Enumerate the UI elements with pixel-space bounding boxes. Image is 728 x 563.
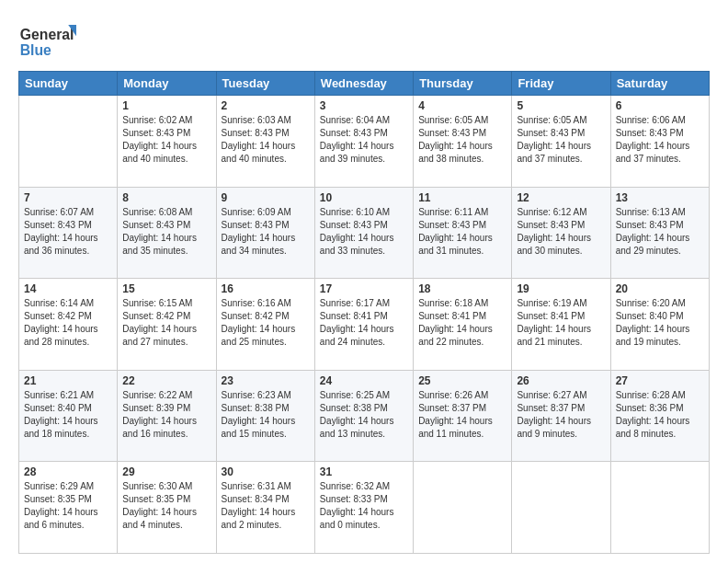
day-cell: 10Sunrise: 6:10 AM Sunset: 8:43 PM Dayli… [314,187,413,279]
day-cell: 26Sunrise: 6:27 AM Sunset: 8:37 PM Dayli… [512,370,610,462]
weekday-header-monday: Monday [118,72,216,96]
weekday-header-row: SundayMondayTuesdayWednesdayThursdayFrid… [19,72,710,96]
day-cell: 9Sunrise: 6:09 AM Sunset: 8:43 PM Daylig… [216,187,314,279]
day-info: Sunrise: 6:15 AM Sunset: 8:42 PM Dayligh… [122,297,210,349]
day-cell: 20Sunrise: 6:20 AM Sunset: 8:40 PM Dayli… [610,279,709,371]
day-number: 8 [122,191,210,204]
day-number: 10 [320,191,408,204]
day-cell: 5Sunrise: 6:05 AM Sunset: 8:43 PM Daylig… [512,96,610,188]
day-cell: 22Sunrise: 6:22 AM Sunset: 8:39 PM Dayli… [118,370,216,462]
day-number: 28 [24,465,112,478]
header: General Blue [18,17,710,62]
day-number: 20 [616,282,704,295]
day-info: Sunrise: 6:19 AM Sunset: 8:41 PM Dayligh… [517,297,605,349]
day-cell: 12Sunrise: 6:12 AM Sunset: 8:43 PM Dayli… [512,187,610,279]
day-number: 9 [222,191,310,204]
day-cell: 28Sunrise: 6:29 AM Sunset: 8:35 PM Dayli… [19,462,118,554]
day-cell [414,462,512,554]
weekday-header-friday: Friday [512,72,610,96]
day-info: Sunrise: 6:12 AM Sunset: 8:43 PM Dayligh… [517,206,605,258]
weekday-header-tuesday: Tuesday [216,72,314,96]
day-info: Sunrise: 6:10 AM Sunset: 8:43 PM Dayligh… [320,206,408,258]
day-cell: 15Sunrise: 6:15 AM Sunset: 8:42 PM Dayli… [118,279,216,371]
day-info: Sunrise: 6:32 AM Sunset: 8:33 PM Dayligh… [320,480,408,532]
day-number: 4 [418,99,506,112]
day-cell: 2Sunrise: 6:03 AM Sunset: 8:43 PM Daylig… [216,96,314,188]
day-cell: 16Sunrise: 6:16 AM Sunset: 8:42 PM Dayli… [216,279,314,371]
day-cell: 21Sunrise: 6:21 AM Sunset: 8:40 PM Dayli… [19,370,118,462]
day-number: 6 [616,99,704,112]
day-number: 11 [418,191,506,204]
day-number: 24 [320,374,408,387]
day-cell [610,462,709,554]
day-info: Sunrise: 6:17 AM Sunset: 8:41 PM Dayligh… [320,297,408,349]
logo: General Blue [18,20,83,62]
day-cell: 25Sunrise: 6:26 AM Sunset: 8:37 PM Dayli… [414,370,512,462]
logo-image: General Blue [18,20,83,62]
day-info: Sunrise: 6:05 AM Sunset: 8:43 PM Dayligh… [517,114,605,166]
day-number: 31 [320,465,408,478]
day-number: 15 [122,282,210,295]
day-info: Sunrise: 6:23 AM Sunset: 8:38 PM Dayligh… [222,389,310,441]
day-info: Sunrise: 6:08 AM Sunset: 8:43 PM Dayligh… [122,206,210,258]
day-number: 2 [222,99,310,112]
day-cell [512,462,610,554]
day-cell: 29Sunrise: 6:30 AM Sunset: 8:35 PM Dayli… [118,462,216,554]
day-info: Sunrise: 6:30 AM Sunset: 8:35 PM Dayligh… [122,480,210,532]
day-number: 21 [24,374,112,387]
day-info: Sunrise: 6:03 AM Sunset: 8:43 PM Dayligh… [222,114,310,166]
day-info: Sunrise: 6:27 AM Sunset: 8:37 PM Dayligh… [517,389,605,441]
day-cell [19,96,118,188]
day-info: Sunrise: 6:31 AM Sunset: 8:34 PM Dayligh… [222,480,310,532]
weekday-header-saturday: Saturday [610,72,709,96]
day-cell: 14Sunrise: 6:14 AM Sunset: 8:42 PM Dayli… [19,279,118,371]
week-row-3: 21Sunrise: 6:21 AM Sunset: 8:40 PM Dayli… [19,370,710,462]
day-cell: 11Sunrise: 6:11 AM Sunset: 8:43 PM Dayli… [414,187,512,279]
day-info: Sunrise: 6:20 AM Sunset: 8:40 PM Dayligh… [616,297,704,349]
day-info: Sunrise: 6:11 AM Sunset: 8:43 PM Dayligh… [418,206,506,258]
day-info: Sunrise: 6:07 AM Sunset: 8:43 PM Dayligh… [24,206,112,258]
day-info: Sunrise: 6:14 AM Sunset: 8:42 PM Dayligh… [24,297,112,349]
page: General Blue SundayMondayTuesdayWednesda… [0,0,728,563]
week-row-0: 1Sunrise: 6:02 AM Sunset: 8:43 PM Daylig… [19,96,710,188]
day-number: 5 [517,99,605,112]
day-number: 27 [616,374,704,387]
day-cell: 24Sunrise: 6:25 AM Sunset: 8:38 PM Dayli… [314,370,413,462]
day-info: Sunrise: 6:22 AM Sunset: 8:39 PM Dayligh… [122,389,210,441]
day-info: Sunrise: 6:06 AM Sunset: 8:43 PM Dayligh… [616,114,704,166]
weekday-header-wednesday: Wednesday [314,72,413,96]
day-number: 23 [222,374,310,387]
day-number: 7 [24,191,112,204]
day-number: 30 [222,465,310,478]
day-number: 19 [517,282,605,295]
day-cell: 17Sunrise: 6:17 AM Sunset: 8:41 PM Dayli… [314,279,413,371]
day-cell: 4Sunrise: 6:05 AM Sunset: 8:43 PM Daylig… [414,96,512,188]
day-number: 25 [418,374,506,387]
day-cell: 18Sunrise: 6:18 AM Sunset: 8:41 PM Dayli… [414,279,512,371]
day-number: 12 [517,191,605,204]
day-info: Sunrise: 6:13 AM Sunset: 8:43 PM Dayligh… [616,206,704,258]
day-cell: 1Sunrise: 6:02 AM Sunset: 8:43 PM Daylig… [118,96,216,188]
day-number: 14 [24,282,112,295]
day-info: Sunrise: 6:18 AM Sunset: 8:41 PM Dayligh… [418,297,506,349]
day-info: Sunrise: 6:25 AM Sunset: 8:38 PM Dayligh… [320,389,408,441]
week-row-1: 7Sunrise: 6:07 AM Sunset: 8:43 PM Daylig… [19,187,710,279]
day-number: 16 [222,282,310,295]
day-cell: 27Sunrise: 6:28 AM Sunset: 8:36 PM Dayli… [610,370,709,462]
day-info: Sunrise: 6:26 AM Sunset: 8:37 PM Dayligh… [418,389,506,441]
day-info: Sunrise: 6:29 AM Sunset: 8:35 PM Dayligh… [24,480,112,532]
day-number: 1 [122,99,210,112]
weekday-header-thursday: Thursday [414,72,512,96]
day-cell: 31Sunrise: 6:32 AM Sunset: 8:33 PM Dayli… [314,462,413,554]
day-info: Sunrise: 6:21 AM Sunset: 8:40 PM Dayligh… [24,389,112,441]
day-number: 22 [122,374,210,387]
day-number: 29 [122,465,210,478]
day-cell: 23Sunrise: 6:23 AM Sunset: 8:38 PM Dayli… [216,370,314,462]
day-cell: 13Sunrise: 6:13 AM Sunset: 8:43 PM Dayli… [610,187,709,279]
day-info: Sunrise: 6:04 AM Sunset: 8:43 PM Dayligh… [320,114,408,166]
day-info: Sunrise: 6:02 AM Sunset: 8:43 PM Dayligh… [122,114,210,166]
day-cell: 19Sunrise: 6:19 AM Sunset: 8:41 PM Dayli… [512,279,610,371]
day-cell: 3Sunrise: 6:04 AM Sunset: 8:43 PM Daylig… [314,96,413,188]
day-info: Sunrise: 6:09 AM Sunset: 8:43 PM Dayligh… [222,206,310,258]
calendar-table: SundayMondayTuesdayWednesdayThursdayFrid… [18,71,710,554]
